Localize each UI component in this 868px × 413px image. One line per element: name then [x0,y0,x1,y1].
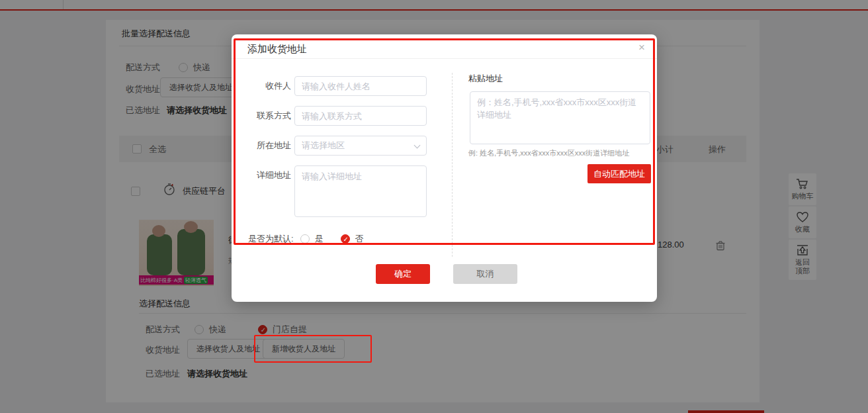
detail-label: 详细地址 [248,165,291,185]
chevron-down-icon [414,142,421,149]
confirm-button[interactable]: 确定 [376,264,430,284]
default-no-label: 否 [355,233,364,245]
cancel-button[interactable]: 取消 [453,264,517,284]
region-select-placeholder: 请选择地区 [302,140,345,150]
add-address-modal: 添加收货地址 × 收件人 联系方式 所在地址 请选择地区 详细地址 是否为默认:… [232,34,657,302]
close-icon[interactable]: × [638,41,645,54]
default-yes-radio[interactable] [300,234,310,244]
contact-label: 联系方式 [248,106,291,126]
paste-address-textarea[interactable] [470,91,650,144]
checkout-page: 批量选择配送信息 配送方式 快递 收货地址 选择收货人及地址 已选地址 请选择收… [0,0,868,413]
detail-address-textarea[interactable] [294,165,427,217]
default-address-row: 是否为默认: 是 否 [248,233,364,245]
default-yes-label: 是 [315,233,324,245]
paste-address-label: 粘贴地址 [468,73,503,85]
divider [232,58,657,59]
default-no-radio-checked[interactable] [341,234,350,244]
paste-address-helper: 例: 姓名,手机号,xxx省xxx市xxx区xxx街道详细地址 [468,148,629,158]
modal-title: 添加收货地址 [247,43,307,56]
receiver-input[interactable] [294,76,427,96]
contact-input[interactable] [294,106,427,126]
default-label: 是否为默认: [248,233,294,245]
dashed-divider [452,73,453,257]
auto-match-address-button[interactable]: 自动匹配地址 [587,164,651,183]
receiver-label: 收件人 [248,76,291,96]
region-select[interactable]: 请选择地区 [294,136,427,156]
region-label: 所在地址 [248,136,291,156]
